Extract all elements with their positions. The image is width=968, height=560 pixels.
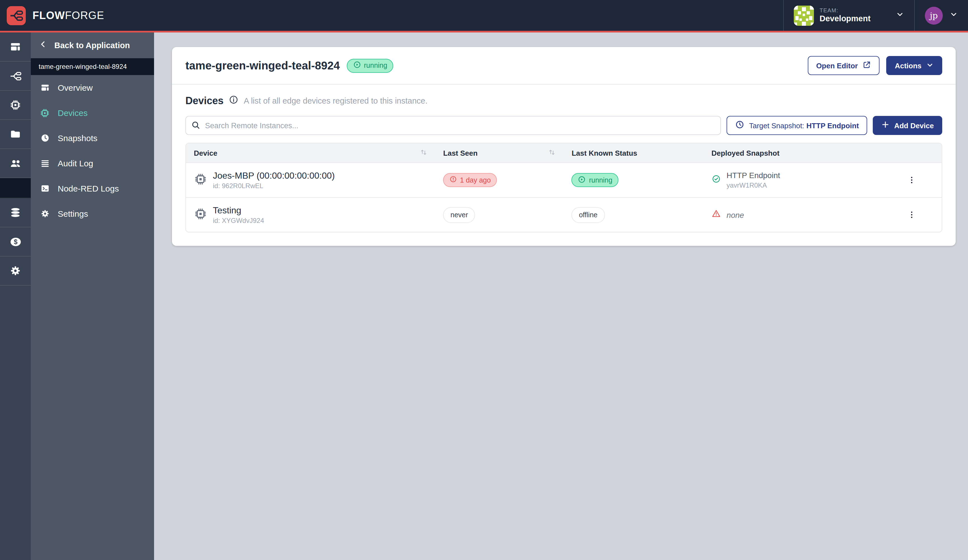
devices-section: Devices A list of all edge devices regis…	[172, 84, 956, 246]
row-actions-cell	[881, 207, 941, 223]
devices-table: Device Last Seen	[186, 143, 942, 232]
folder-icon	[10, 128, 21, 140]
sidebar-item-label: Snapshots	[58, 133, 98, 143]
rail-item-members[interactable]	[0, 149, 31, 178]
device-cell: Joes-MBP (00:00:00:00:00:00) id: 962R0LR…	[186, 169, 435, 191]
device-identity: Testing id: XYGWdvJ924	[213, 204, 264, 225]
table-row[interactable]: Joes-MBP (00:00:00:00:00:00) id: 962R0LR…	[186, 162, 941, 197]
alert-circle-icon	[449, 175, 457, 185]
team-selector[interactable]: TEAM: Development	[783, 0, 915, 31]
user-avatar: jp	[925, 7, 943, 24]
external-link-icon	[862, 60, 871, 71]
clock-icon	[40, 133, 50, 143]
plus-icon	[881, 120, 890, 131]
rail-item-instances[interactable]	[0, 61, 31, 91]
sidebar-item-devices[interactable]: Devices	[31, 100, 154, 126]
team-icon-rail: $	[0, 33, 31, 560]
last-seen-cell: never	[435, 207, 564, 223]
brand-forge: FORGE	[65, 9, 104, 21]
users-icon	[9, 157, 22, 169]
actions-button[interactable]: Actions	[887, 56, 942, 75]
top-navbar: FLOWFORGE	[0, 0, 968, 33]
user-menu[interactable]: jp	[915, 0, 968, 31]
sidebar-item-label: Devices	[58, 108, 88, 118]
instance-header: tame-green-winged-teal-8924 running Open…	[172, 47, 956, 84]
last-seen-cell: 1 day ago	[435, 173, 564, 187]
chevron-down-icon	[896, 10, 904, 21]
status-badge: offline	[572, 207, 605, 223]
rail-item-devices[interactable]	[0, 91, 31, 120]
sidebar-item-audit-log[interactable]: Audit Log	[31, 151, 154, 176]
overview-grid-icon	[40, 83, 50, 93]
column-header-device[interactable]: Device	[186, 148, 435, 157]
pipeline-icon	[9, 70, 22, 82]
rail-item-library[interactable]	[0, 120, 31, 149]
play-circle-icon	[353, 60, 361, 71]
device-id: id: 962R0LRwEL	[213, 181, 335, 191]
status-label: running	[589, 176, 612, 184]
back-to-application[interactable]: Back to Application	[31, 33, 154, 58]
warning-triangle-icon	[711, 209, 721, 220]
rail-item-billing[interactable]: $	[0, 227, 31, 257]
sidebar-item-snapshots[interactable]: Snapshots	[31, 126, 154, 151]
chip-icon	[194, 207, 207, 223]
add-device-button[interactable]: Add Device	[873, 116, 942, 135]
team-text: TEAM: Development	[820, 7, 870, 24]
snapshot-name: HTTP Endpoint	[726, 170, 780, 181]
status-cell: running	[564, 173, 704, 187]
target-snapshot-button[interactable]: Target Snapshot: HTTP Endpoint	[727, 116, 867, 135]
target-snapshot-label: Target Snapshot:	[749, 121, 804, 130]
navbar-right: TEAM: Development jp	[783, 0, 968, 31]
table-header-row: Device Last Seen	[186, 143, 941, 162]
kebab-menu-button[interactable]	[903, 172, 920, 188]
column-header-last-seen[interactable]: Last Seen	[435, 148, 564, 157]
chevron-down-icon	[950, 10, 958, 21]
status-label: offline	[579, 211, 597, 219]
column-label: Last Known Status	[572, 149, 637, 157]
last-seen-label: never	[450, 211, 468, 219]
page-title: tame-green-winged-teal-8924	[186, 59, 340, 72]
column-header-snapshot: Deployed Snapshot	[704, 149, 881, 157]
team-name: Development	[820, 14, 870, 24]
sidebar-item-label: Audit Log	[58, 159, 93, 168]
info-icon[interactable]	[229, 94, 239, 107]
devices-section-head: Devices A list of all edge devices regis…	[186, 94, 942, 107]
search-input[interactable]	[186, 116, 721, 135]
open-editor-button[interactable]: Open Editor	[808, 56, 880, 75]
status-badge: running	[572, 173, 618, 187]
flowforge-logo-icon	[7, 6, 26, 25]
table-row[interactable]: Testing id: XYGWdvJ924 never	[186, 197, 941, 232]
sidebar-item-label: Overview	[58, 83, 93, 93]
sidebar-item-label: Settings	[58, 209, 88, 219]
rail-item-applications[interactable]	[0, 33, 31, 61]
status-cell: offline	[564, 207, 704, 223]
kebab-menu-button[interactable]	[903, 207, 920, 223]
search-wrap	[186, 116, 721, 135]
device-cell: Testing id: XYGWdvJ924	[186, 204, 435, 225]
device-id: id: XYGWdvJ924	[213, 216, 264, 225]
sidebar-item-node-red-logs[interactable]: Node-RED Logs	[31, 176, 154, 201]
sidebar-item-label: Node-RED Logs	[58, 184, 119, 193]
rail-item-team-settings[interactable]	[0, 257, 31, 286]
devices-description: A list of all edge devices registered to…	[244, 96, 428, 105]
chip-icon	[194, 172, 207, 188]
last-seen-badge: never	[443, 207, 475, 223]
device-name: Joes-MBP (00:00:00:00:00:00)	[213, 169, 335, 181]
chevron-left-icon	[39, 40, 48, 51]
column-label: Last Seen	[443, 149, 477, 157]
sort-icon	[548, 148, 556, 157]
column-label: Device	[194, 149, 217, 157]
brand-flow: FLOW	[33, 9, 65, 21]
snapshot-id: yavrW1R0KA	[726, 181, 780, 190]
team-avatar	[794, 5, 814, 25]
rail-item-broker[interactable]	[0, 198, 31, 227]
team-label: TEAM:	[820, 7, 870, 14]
actions-label: Actions	[895, 61, 922, 70]
sidebar-item-settings[interactable]: Settings	[31, 201, 154, 226]
rail-section-divider	[0, 178, 31, 198]
chip-icon	[10, 99, 21, 111]
devices-title: Devices	[186, 95, 224, 107]
sidebar-item-overview[interactable]: Overview	[31, 75, 154, 100]
brand[interactable]: FLOWFORGE	[0, 6, 104, 25]
svg-text:$: $	[13, 238, 17, 245]
